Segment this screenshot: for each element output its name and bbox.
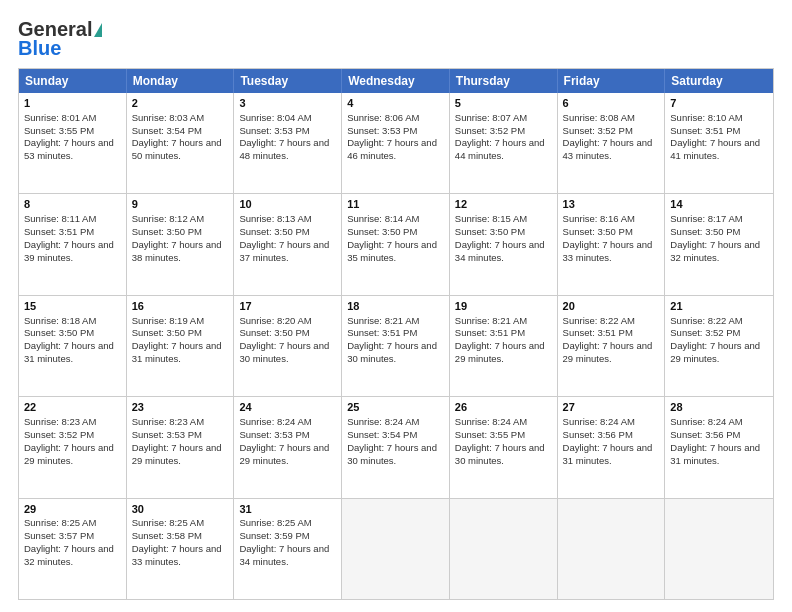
daylight-text: Daylight: 7 hours and 29 minutes. xyxy=(563,340,653,364)
day-number: 24 xyxy=(239,400,336,415)
sunrise-text: Sunrise: 8:04 AM xyxy=(239,112,311,123)
daylight-text: Daylight: 7 hours and 31 minutes. xyxy=(563,442,653,466)
sunrise-text: Sunrise: 8:15 AM xyxy=(455,213,527,224)
daylight-text: Daylight: 7 hours and 48 minutes. xyxy=(239,137,329,161)
day-number: 8 xyxy=(24,197,121,212)
sunset-text: Sunset: 3:51 PM xyxy=(455,327,525,338)
sunset-text: Sunset: 3:50 PM xyxy=(563,226,633,237)
sunrise-text: Sunrise: 8:07 AM xyxy=(455,112,527,123)
calendar-header-row: SundayMondayTuesdayWednesdayThursdayFrid… xyxy=(19,69,773,93)
daylight-text: Daylight: 7 hours and 30 minutes. xyxy=(239,340,329,364)
sunrise-text: Sunrise: 8:16 AM xyxy=(563,213,635,224)
sunset-text: Sunset: 3:51 PM xyxy=(347,327,417,338)
daylight-text: Daylight: 7 hours and 29 minutes. xyxy=(24,442,114,466)
daylight-text: Daylight: 7 hours and 39 minutes. xyxy=(24,239,114,263)
cal-cell: 12Sunrise: 8:15 AMSunset: 3:50 PMDayligh… xyxy=(450,194,558,294)
daylight-text: Daylight: 7 hours and 53 minutes. xyxy=(24,137,114,161)
logo: General Blue xyxy=(18,18,102,60)
sunset-text: Sunset: 3:52 PM xyxy=(24,429,94,440)
daylight-text: Daylight: 7 hours and 34 minutes. xyxy=(239,543,329,567)
cal-cell: 16Sunrise: 8:19 AMSunset: 3:50 PMDayligh… xyxy=(127,296,235,396)
day-number: 14 xyxy=(670,197,768,212)
cal-cell: 5Sunrise: 8:07 AMSunset: 3:52 PMDaylight… xyxy=(450,93,558,193)
header-day-monday: Monday xyxy=(127,69,235,93)
day-number: 23 xyxy=(132,400,229,415)
cal-cell: 27Sunrise: 8:24 AMSunset: 3:56 PMDayligh… xyxy=(558,397,666,497)
sunset-text: Sunset: 3:55 PM xyxy=(455,429,525,440)
daylight-text: Daylight: 7 hours and 35 minutes. xyxy=(347,239,437,263)
header-day-wednesday: Wednesday xyxy=(342,69,450,93)
cal-cell: 21Sunrise: 8:22 AMSunset: 3:52 PMDayligh… xyxy=(665,296,773,396)
sunset-text: Sunset: 3:53 PM xyxy=(347,125,417,136)
cal-cell xyxy=(665,499,773,599)
sunset-text: Sunset: 3:50 PM xyxy=(670,226,740,237)
day-number: 4 xyxy=(347,96,444,111)
day-number: 16 xyxy=(132,299,229,314)
calendar-body: 1Sunrise: 8:01 AMSunset: 3:55 PMDaylight… xyxy=(19,93,773,599)
sunrise-text: Sunrise: 8:11 AM xyxy=(24,213,96,224)
day-number: 18 xyxy=(347,299,444,314)
sunset-text: Sunset: 3:51 PM xyxy=(670,125,740,136)
daylight-text: Daylight: 7 hours and 50 minutes. xyxy=(132,137,222,161)
sunset-text: Sunset: 3:50 PM xyxy=(132,327,202,338)
daylight-text: Daylight: 7 hours and 30 minutes. xyxy=(455,442,545,466)
day-number: 3 xyxy=(239,96,336,111)
day-number: 21 xyxy=(670,299,768,314)
sunrise-text: Sunrise: 8:23 AM xyxy=(24,416,96,427)
sunset-text: Sunset: 3:54 PM xyxy=(132,125,202,136)
cal-cell: 2Sunrise: 8:03 AMSunset: 3:54 PMDaylight… xyxy=(127,93,235,193)
sunrise-text: Sunrise: 8:25 AM xyxy=(132,517,204,528)
day-number: 15 xyxy=(24,299,121,314)
sunset-text: Sunset: 3:50 PM xyxy=(455,226,525,237)
day-number: 11 xyxy=(347,197,444,212)
sunrise-text: Sunrise: 8:24 AM xyxy=(670,416,742,427)
day-number: 6 xyxy=(563,96,660,111)
sunset-text: Sunset: 3:57 PM xyxy=(24,530,94,541)
sunset-text: Sunset: 3:51 PM xyxy=(24,226,94,237)
sunset-text: Sunset: 3:52 PM xyxy=(670,327,740,338)
sunset-text: Sunset: 3:56 PM xyxy=(670,429,740,440)
sunrise-text: Sunrise: 8:19 AM xyxy=(132,315,204,326)
header: General Blue xyxy=(18,18,774,60)
sunrise-text: Sunrise: 8:18 AM xyxy=(24,315,96,326)
header-day-saturday: Saturday xyxy=(665,69,773,93)
sunrise-text: Sunrise: 8:21 AM xyxy=(455,315,527,326)
header-day-friday: Friday xyxy=(558,69,666,93)
day-number: 13 xyxy=(563,197,660,212)
day-number: 29 xyxy=(24,502,121,517)
cal-cell: 3Sunrise: 8:04 AMSunset: 3:53 PMDaylight… xyxy=(234,93,342,193)
daylight-text: Daylight: 7 hours and 32 minutes. xyxy=(24,543,114,567)
sunrise-text: Sunrise: 8:25 AM xyxy=(239,517,311,528)
day-number: 25 xyxy=(347,400,444,415)
logo-triangle-icon xyxy=(94,23,102,37)
sunrise-text: Sunrise: 8:14 AM xyxy=(347,213,419,224)
sunset-text: Sunset: 3:50 PM xyxy=(347,226,417,237)
sunset-text: Sunset: 3:51 PM xyxy=(563,327,633,338)
logo-blue-text: Blue xyxy=(18,37,61,60)
day-number: 1 xyxy=(24,96,121,111)
sunrise-text: Sunrise: 8:23 AM xyxy=(132,416,204,427)
daylight-text: Daylight: 7 hours and 29 minutes. xyxy=(455,340,545,364)
cal-cell: 11Sunrise: 8:14 AMSunset: 3:50 PMDayligh… xyxy=(342,194,450,294)
sunrise-text: Sunrise: 8:03 AM xyxy=(132,112,204,123)
sunset-text: Sunset: 3:59 PM xyxy=(239,530,309,541)
daylight-text: Daylight: 7 hours and 31 minutes. xyxy=(24,340,114,364)
daylight-text: Daylight: 7 hours and 32 minutes. xyxy=(670,239,760,263)
header-day-thursday: Thursday xyxy=(450,69,558,93)
cal-cell: 6Sunrise: 8:08 AMSunset: 3:52 PMDaylight… xyxy=(558,93,666,193)
sunset-text: Sunset: 3:55 PM xyxy=(24,125,94,136)
sunset-text: Sunset: 3:53 PM xyxy=(132,429,202,440)
cal-cell: 22Sunrise: 8:23 AMSunset: 3:52 PMDayligh… xyxy=(19,397,127,497)
cal-cell: 19Sunrise: 8:21 AMSunset: 3:51 PMDayligh… xyxy=(450,296,558,396)
sunset-text: Sunset: 3:53 PM xyxy=(239,429,309,440)
page: General Blue SundayMondayTuesdayWednesda… xyxy=(0,0,792,612)
day-number: 9 xyxy=(132,197,229,212)
daylight-text: Daylight: 7 hours and 29 minutes. xyxy=(239,442,329,466)
sunset-text: Sunset: 3:50 PM xyxy=(239,327,309,338)
daylight-text: Daylight: 7 hours and 30 minutes. xyxy=(347,442,437,466)
daylight-text: Daylight: 7 hours and 38 minutes. xyxy=(132,239,222,263)
sunrise-text: Sunrise: 8:21 AM xyxy=(347,315,419,326)
cal-cell: 13Sunrise: 8:16 AMSunset: 3:50 PMDayligh… xyxy=(558,194,666,294)
sunrise-text: Sunrise: 8:24 AM xyxy=(455,416,527,427)
sunset-text: Sunset: 3:53 PM xyxy=(239,125,309,136)
